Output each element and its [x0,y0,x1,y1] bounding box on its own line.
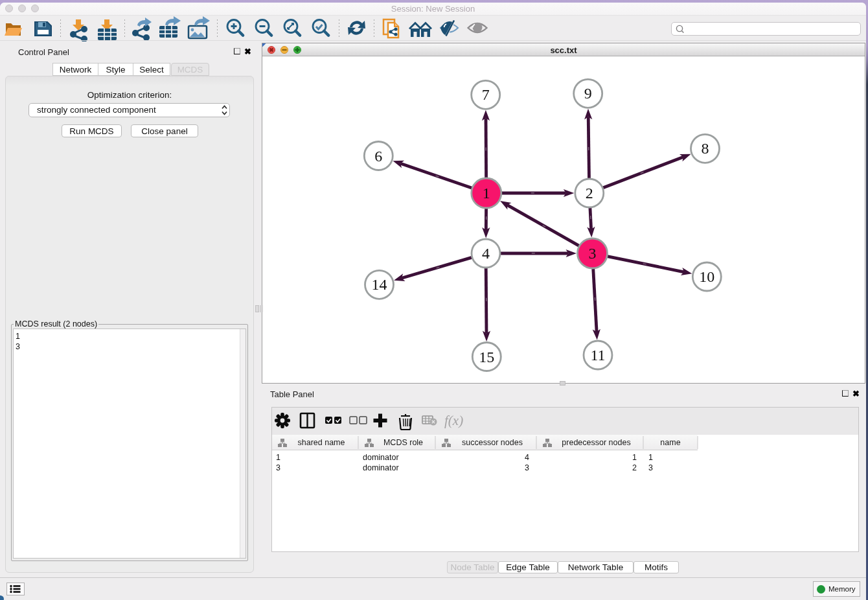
svg-text:f(x): f(x) [444,413,463,428]
svg-text:11: 11 [590,347,605,363]
svg-text:2: 2 [586,185,593,202]
svg-text:10: 10 [699,268,714,285]
svg-text:1: 1 [483,185,490,202]
svg-text:3: 3 [589,245,597,262]
svg-text:14: 14 [372,276,387,293]
svg-text:15: 15 [479,349,494,365]
svg-text:9: 9 [584,85,592,102]
svg-text:6: 6 [374,148,382,165]
svg-text:4: 4 [482,245,490,262]
svg-text:7: 7 [482,86,490,103]
svg-text:8: 8 [702,140,709,157]
